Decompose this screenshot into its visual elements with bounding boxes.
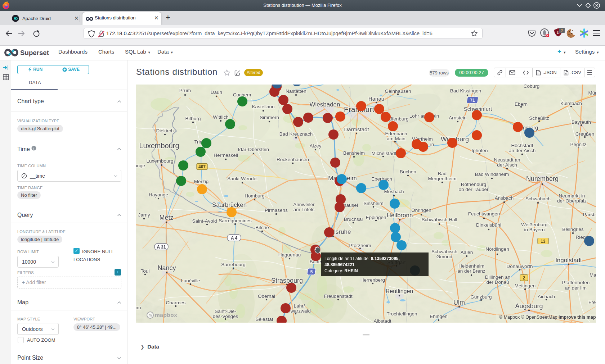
- svg-text:Lunéville: Lunéville: [181, 278, 200, 283]
- svg-text:Sarreguemines: Sarreguemines: [219, 218, 252, 223]
- svg-text:Daun: Daun: [211, 90, 222, 95]
- svg-text:Albstadt: Albstadt: [374, 318, 391, 323]
- svg-text:Mair: Mair: [590, 272, 596, 278]
- svg-text:ange: ange: [136, 163, 145, 168]
- svg-text:Aichach: Aichach: [538, 294, 555, 299]
- svg-text:Dinkelsbühl: Dinkelsbühl: [476, 222, 501, 228]
- svg-text:Nastätten: Nastätten: [286, 88, 306, 94]
- svg-text:Scheßlitz: Scheßlitz: [529, 115, 549, 121]
- svg-text:Günzburg: Günzburg: [470, 294, 492, 300]
- svg-text:2: 2: [561, 28, 563, 33]
- svg-text:Bensheim: Bensheim: [343, 150, 365, 156]
- svg-text:an der Brenz: an der Brenz: [457, 268, 485, 274]
- svg-text:Hermeskeil: Hermeskeil: [214, 153, 238, 158]
- svg-text:Ehingen: Ehingen: [430, 314, 448, 319]
- svg-text:Neumarkt in: Neumarkt in: [559, 193, 585, 199]
- svg-text:Annweiler: Annweiler: [293, 202, 315, 207]
- svg-text:Bad Kissingen: Bad Kissingen: [450, 88, 481, 94]
- svg-text:an der Aisch: an der Aisch: [509, 148, 535, 153]
- svg-text:Wittlich: Wittlich: [213, 114, 229, 120]
- svg-text:Toul: Toul: [141, 268, 150, 274]
- svg-text:Meitingen: Meitingen: [515, 283, 536, 288]
- svg-text:Haguenau: Haguenau: [278, 252, 301, 258]
- svg-text:Beilngries: Beilngries: [562, 227, 584, 232]
- svg-text:Bad Kreuznach: Bad Kreuznach: [279, 131, 313, 137]
- svg-text:Pirmasens: Pirmasens: [265, 208, 288, 213]
- svg-text:Kastellaun: Kastellaun: [252, 104, 274, 109]
- svg-text:Bad Windsheim: Bad Windsheim: [475, 172, 509, 177]
- svg-text:am Main: am Main: [387, 136, 405, 141]
- svg-text:Schwäbisch: Schwäbisch: [431, 249, 457, 254]
- svg-text:Wiesbaden: Wiesbaden: [309, 101, 340, 108]
- svg-text:Freis: Freis: [588, 300, 596, 305]
- svg-text:Weißenburg: Weißenburg: [521, 222, 547, 227]
- svg-text:in: in: [430, 142, 434, 147]
- svg-text:A 4: A 4: [231, 236, 238, 241]
- svg-text:Bad: Bad: [438, 171, 447, 176]
- svg-text:Neustadt an: Neustadt an: [494, 157, 520, 163]
- svg-text:Gmünd: Gmünd: [436, 254, 452, 259]
- svg-text:Pforzheim: Pforzheim: [349, 243, 371, 248]
- svg-text:71: 71: [470, 98, 475, 103]
- svg-text:Freudenstadt: Freudenstadt: [324, 294, 353, 299]
- svg-text:Luxembourg: Luxembourg: [139, 142, 179, 150]
- svg-text:des-Vosges: des-Vosges: [213, 314, 238, 319]
- svg-text:© Mapbox © OpenStreetMap Impro: © Mapbox © OpenStreetMap Improve this ma…: [499, 315, 596, 320]
- svg-text:Donauwörth: Donauwörth: [507, 264, 533, 269]
- svg-text:Hanau: Hanau: [368, 96, 384, 102]
- svg-text:Pegnitz: Pegnitz: [570, 142, 586, 147]
- svg-text:Bruchsal: Bruchsal: [344, 217, 363, 222]
- svg-text:Schwäbisch Hall: Schwäbisch Hall: [421, 217, 457, 222]
- svg-text:Sarrebourg: Sarrebourg: [221, 262, 246, 267]
- svg-text:an der Ilm: an der Ilm: [565, 285, 587, 291]
- svg-text:der Aisch: der Aisch: [497, 162, 517, 168]
- svg-text:Kulmbach: Kulmbach: [560, 101, 582, 106]
- svg-text:Mosbach: Mosbach: [384, 189, 404, 194]
- svg-text:Lohr am Main: Lohr am Main: [409, 113, 439, 119]
- svg-text:Bitche: Bitche: [255, 225, 269, 230]
- svg-text:ob der Tauber: ob der Tauber: [458, 187, 489, 192]
- svg-text:Buchen: Buchen: [400, 169, 416, 174]
- svg-text:Rockenhausen: Rockenhausen: [277, 157, 309, 162]
- svg-text:häusel: häusel: [344, 203, 358, 208]
- svg-text:Münc: Münc: [588, 90, 596, 96]
- svg-text:Iphofen: Iphofen: [471, 148, 488, 153]
- svg-text:Jarny: Jarny: [138, 212, 150, 218]
- svg-text:Alzey: Alzey: [309, 143, 321, 149]
- svg-text:Ulm: Ulm: [453, 299, 465, 306]
- svg-text:Saint-Avold: Saint-Avold: [192, 218, 217, 224]
- svg-text:Ansbach: Ansbach: [495, 195, 514, 201]
- svg-text:Saint-Dié-: Saint-Dié-: [215, 309, 236, 314]
- svg-text:Strasbourg: Strasbourg: [271, 277, 303, 284]
- svg-text:Lahr/: Lahr/: [294, 303, 305, 309]
- svg-text:Heidenheim: Heidenheim: [458, 263, 484, 269]
- svg-text:Hayange: Hayange: [149, 192, 168, 197]
- svg-text:Augsburg: Augsburg: [515, 302, 543, 310]
- svg-text:Luxembourg: Luxembourg: [146, 158, 173, 164]
- svg-text:am Trifels: am Trifels: [293, 207, 315, 212]
- svg-text:Ebern: Ebern: [515, 101, 528, 107]
- svg-text:der Donau: der Donau: [486, 279, 509, 285]
- svg-text:Sélestat: Sélestat: [256, 317, 273, 322]
- svg-text:Sankt Wendel: Sankt Wendel: [227, 176, 257, 181]
- svg-text:5: 5: [310, 269, 313, 274]
- svg-text:Heilbronn: Heilbronn: [387, 212, 413, 219]
- svg-text:Feuchtwangen: Feuchtwangen: [468, 211, 500, 217]
- svg-text:13: 13: [541, 239, 546, 244]
- svg-text:Michelstadt: Michelstadt: [372, 151, 396, 156]
- svg-text:Trochtelfingen: Trochtelfingen: [386, 311, 417, 317]
- svg-text:Bayreuth: Bayreuth: [572, 119, 591, 125]
- svg-text:au: au: [136, 305, 141, 310]
- svg-text:Mergentheim: Mergentheim: [428, 176, 457, 181]
- svg-text:Charmes: Charmes: [166, 300, 186, 305]
- svg-text:in Bayern: in Bayern: [524, 227, 544, 232]
- svg-text:Rothenburg: Rothenburg: [461, 182, 487, 187]
- svg-text:Nuremberg: Nuremberg: [526, 175, 559, 182]
- svg-text:Reutlingen: Reutlingen: [386, 288, 413, 294]
- svg-text:Gelnhausen: Gelnhausen: [385, 88, 411, 94]
- svg-text:hwarzwald: hwarzwald: [288, 308, 311, 314]
- svg-text:Pfaffenhofen: Pfaffenhofen: [562, 280, 590, 285]
- svg-text:Saarbrücken: Saarbrücken: [212, 201, 247, 208]
- svg-text:407: 407: [198, 164, 206, 169]
- svg-text:Dillingen an: Dillingen an: [485, 274, 511, 280]
